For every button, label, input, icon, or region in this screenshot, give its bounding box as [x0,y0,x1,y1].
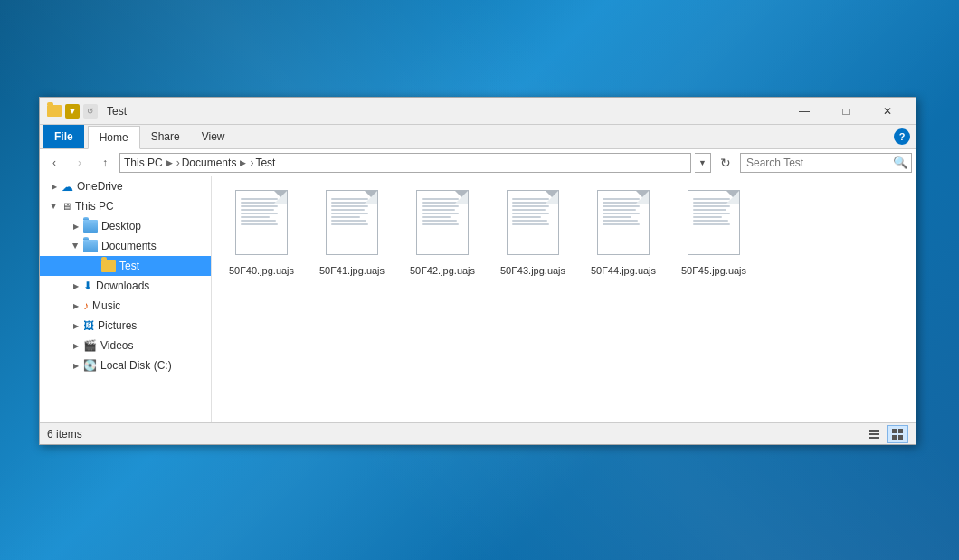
forward-button[interactable]: › [69,153,90,173]
sidebar-item-downloads[interactable]: ▶ ⬇ Downloads [40,276,211,296]
search-input[interactable] [741,157,889,169]
svg-rect-5 [892,435,897,440]
sidebar-label-pictures: Pictures [98,319,137,332]
status-bar: 6 items [40,422,916,444]
minimize-button[interactable]: — [783,98,825,125]
doc-shape-3 [507,190,559,255]
large-icons-view-button[interactable] [887,425,908,443]
expand-arrow-videos: ▶ [69,338,83,353]
path-documents-arrow[interactable]: ▶ [238,158,248,167]
tab-home[interactable]: Home [88,126,140,149]
svg-rect-4 [898,429,903,433]
file-name-1: 50F41.jpg.uajs [319,264,385,277]
sidebar-label-thispc: This PC [75,200,114,213]
sidebar-item-localdisk[interactable]: ▶ 💽 Local Disk (C:) [40,356,211,375]
tab-file[interactable]: File [43,125,84,148]
sidebar-item-videos[interactable]: ▶ 🎬 Videos [40,336,211,356]
svg-rect-2 [869,437,879,439]
file-item-5[interactable]: 50F45.jpg.uajs [673,185,755,281]
expand-arrow-thispc: ▶ [47,199,62,214]
path-documents: Documents ▶ [182,157,249,169]
sidebar-item-thispc[interactable]: ▶ 🖥 This PC [40,196,211,216]
documents-folder-icon [83,240,98,252]
sidebar: ▶ ☁ OneDrive ▶ 🖥 This PC ▶ Desktop ▶ Doc… [40,176,212,422]
sidebar-item-desktop[interactable]: ▶ Desktop [40,216,211,236]
test-folder-icon [101,260,116,272]
file-area: 50F40.jpg.uajs [212,176,916,422]
ribbon: File Home Share View ? [40,125,916,149]
file-icon-1 [320,190,384,262]
svg-rect-6 [898,435,903,440]
large-icons-view-icon [891,428,904,441]
search-box[interactable]: 🔍 [740,153,912,173]
tab-share[interactable]: Share [140,125,191,148]
music-icon: ♪ [83,299,89,312]
file-icon-0 [230,190,293,262]
address-bar: ‹ › ↑ This PC ▶ › Documents ▶ › Test ▼ ↻… [40,149,916,176]
close-button[interactable]: ✕ [867,98,908,125]
sidebar-item-onedrive[interactable]: ▶ ☁ OneDrive [40,176,211,196]
search-button[interactable]: 🔍 [889,153,911,173]
refresh-button[interactable]: ↻ [715,153,736,173]
sidebar-label-desktop: Desktop [101,220,141,233]
downloads-icon: ⬇ [83,280,92,292]
title-bar: ▼ ↺ Test — □ ✕ [40,98,916,125]
sidebar-item-music[interactable]: ▶ ♪ Music [40,296,211,316]
file-item-0[interactable]: 50F40.jpg.uajs [221,185,302,281]
file-name-3: 50F43.jpg.uajs [500,264,565,277]
file-name-5: 50F45.jpg.uajs [681,264,746,277]
files-grid: 50F40.jpg.uajs [221,185,907,281]
file-item-3[interactable]: 50F43.jpg.uajs [492,185,574,281]
window-folder-icon [47,105,62,117]
sidebar-item-documents[interactable]: ▶ Documents [40,236,211,256]
desktop-folder-icon [83,220,98,233]
window-title: Test [107,105,127,118]
disk-icon: 💽 [83,359,97,372]
ribbon-tabs: File Home Share View [40,125,236,148]
pc-icon: 🖥 [62,201,71,212]
path-test: Test [255,157,275,169]
videos-icon: 🎬 [83,339,97,352]
sidebar-label-videos: Videos [100,339,133,352]
svg-rect-0 [869,430,879,432]
maximize-button[interactable]: □ [825,98,867,125]
file-icon-4 [592,190,655,262]
path-thispc: This PC ▶ [124,157,175,169]
tab-view[interactable]: View [191,125,236,148]
file-name-0: 50F40.jpg.uajs [229,264,294,277]
help-button[interactable]: ? [894,128,910,145]
details-view-button[interactable] [863,425,885,443]
address-path[interactable]: This PC ▶ › Documents ▶ › Test [119,153,691,173]
file-item-4[interactable]: 50F44.jpg.uajs [583,185,664,281]
doc-shape-2 [416,190,469,255]
svg-rect-1 [869,433,879,435]
file-name-4: 50F44.jpg.uajs [591,264,656,277]
expand-arrow-localdisk: ▶ [69,358,83,373]
details-view-icon [868,428,880,441]
title-bar-icons: ▼ ↺ [47,104,98,119]
sidebar-label-music: Music [92,299,120,312]
expand-arrow-documents: ▶ [69,239,83,253]
back-button[interactable]: ‹ [43,153,65,173]
up-button[interactable]: ↑ [94,153,116,173]
sidebar-label-downloads: Downloads [96,280,149,292]
expand-arrow-onedrive: ▶ [47,179,62,194]
file-explorer-window: ▼ ↺ Test — □ ✕ File Home Share View ? ‹ … [39,97,916,445]
ribbon-right: ? [894,128,916,145]
file-item-2[interactable]: 50F42.jpg.uajs [402,185,483,281]
file-icon-2 [411,190,474,262]
sidebar-item-pictures[interactable]: ▶ 🖼 Pictures [40,316,211,336]
sidebar-label-onedrive: OneDrive [77,180,123,193]
file-icon-5 [682,190,745,262]
sidebar-label-documents: Documents [101,240,157,252]
item-count: 6 items [47,428,82,441]
doc-shape-5 [688,190,740,255]
expand-arrow-downloads: ▶ [69,279,83,293]
sidebar-item-test[interactable]: Test [40,256,211,276]
quick-access-icon: ▼ [65,104,80,119]
doc-shape-1 [326,190,378,255]
file-item-1[interactable]: 50F41.jpg.uajs [311,185,393,281]
path-thispc-arrow[interactable]: ▶ [165,158,175,167]
pictures-icon: 🖼 [83,319,94,332]
address-dropdown[interactable]: ▼ [695,153,711,173]
